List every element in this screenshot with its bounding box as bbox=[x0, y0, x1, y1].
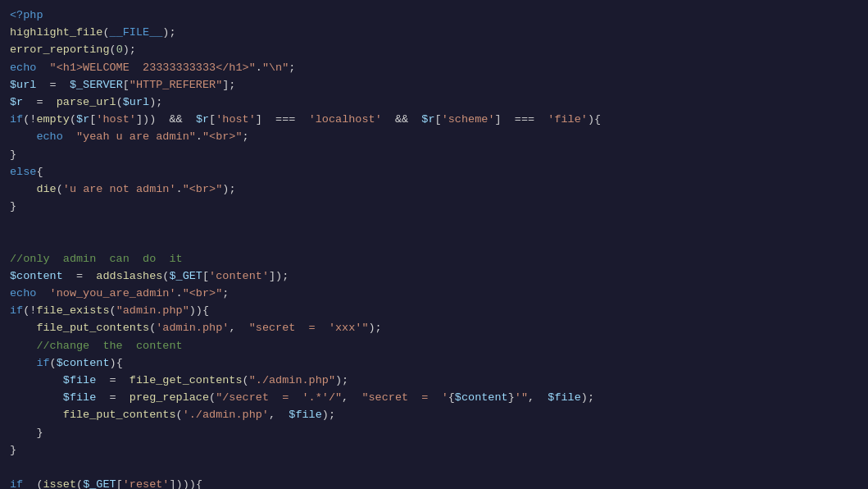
line-1: <?php bbox=[10, 7, 858, 24]
line-8: echo "yeah u are admin"."<br>"; bbox=[10, 128, 858, 145]
line-10: else{ bbox=[10, 163, 858, 181]
line-9: } bbox=[10, 146, 858, 163]
line-blank3 bbox=[10, 459, 858, 476]
line-11: die('u are not admin'."<br>"); bbox=[10, 181, 858, 198]
line-24: file_put_contents('./admin.php', $file); bbox=[10, 406, 858, 423]
line-16: $content = addslashes($_GET['content']); bbox=[10, 267, 858, 285]
line-blank2 bbox=[10, 232, 858, 249]
line-20: //change the content bbox=[10, 337, 858, 354]
line-5: $url = $_SERVER["HTTP_REFERER"]; bbox=[10, 76, 858, 94]
line-21: if($content){ bbox=[10, 354, 858, 372]
line-6: $r = parse_url($url); bbox=[10, 94, 858, 111]
line-12: } bbox=[10, 198, 858, 215]
line-22: $file = file_get_contents("./admin.php")… bbox=[10, 372, 858, 389]
line-26: } bbox=[10, 441, 858, 459]
line-3: error_reporting(0); bbox=[10, 41, 858, 58]
line-4: echo "<h1>WELCOME 23333333333</h1>"."\n"… bbox=[10, 59, 858, 76]
line-25: } bbox=[10, 424, 858, 441]
line-18: if(!file_exists("admin.php")){ bbox=[10, 302, 858, 319]
line-blank1 bbox=[10, 215, 858, 232]
line-28: if (isset($_GET['reset']))){ bbox=[10, 476, 858, 489]
line-17: echo 'now_you_are_admin'."<br>"; bbox=[10, 285, 858, 302]
line-19: file_put_contents('admin.php', "secret =… bbox=[10, 319, 858, 336]
line-2: highlight_file(__FILE__); bbox=[10, 24, 858, 41]
code-editor: <?php highlight_file(__FILE__); error_re… bbox=[0, 0, 868, 489]
line-7: if(!empty($r['host'])) && $r['host'] ===… bbox=[10, 111, 858, 128]
line-23: $file = preg_replace("/secret = '.*'/", … bbox=[10, 389, 858, 406]
line-15: //only admin can do it bbox=[10, 250, 858, 267]
